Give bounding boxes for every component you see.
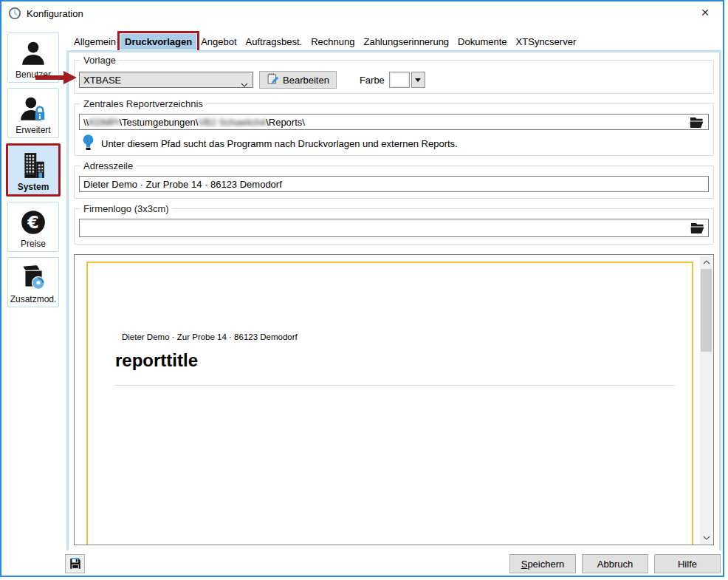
tab-page-druckvorlagen: Vorlage XTBASE <box>66 50 721 552</box>
arrow-annotation <box>35 71 78 87</box>
user-lock-icon <box>18 94 48 123</box>
building-icon <box>18 151 48 180</box>
euro-icon: € <box>18 208 48 237</box>
group-reportdir: Zentrales Reportverzeichnis \\KDMPI\Test… <box>74 103 714 156</box>
tab-bar: Allgemein Druckvorlagen Angebot Auftrags… <box>69 33 580 50</box>
color-label: Farbe <box>360 75 385 86</box>
path-segment: \\ <box>83 117 89 128</box>
group-reportdir-legend: Zentrales Reportverzeichnis <box>80 98 206 109</box>
logo-browse-folder-icon[interactable] <box>689 221 705 234</box>
firmenlogo-input[interactable] <box>79 219 709 237</box>
sidebar-item-label: Preise <box>21 239 46 249</box>
titlebar: Konfiguration × <box>1 1 723 25</box>
lightbulb-icon <box>82 134 95 154</box>
dropdown-arrow-icon <box>415 78 421 82</box>
group-adresszeile: Adresszeile <box>74 166 714 199</box>
clock-icon <box>8 7 21 20</box>
report-address-line: Dieter Demo · Zur Probe 14 · 86123 Demod… <box>122 332 298 341</box>
svg-text:€: € <box>27 213 38 232</box>
edit-button-label: Bearbeiten <box>283 75 329 86</box>
template-combobox[interactable]: XTBASE <box>79 72 253 88</box>
tab-rechnung[interactable]: Rechnung <box>306 34 359 50</box>
tab-auftragsbest[interactable]: Auftragsbest. <box>241 34 307 50</box>
chevron-down-icon <box>241 78 248 89</box>
close-icon[interactable]: × <box>689 1 721 24</box>
group-adresszeile-legend: Adresszeile <box>80 160 136 171</box>
footer-bar: Speichern Abbruch Hilfe <box>1 550 723 576</box>
cancel-button[interactable]: Abbruch <box>582 554 648 573</box>
reportdir-hint: Unter diesem Pfad sucht das Programm nac… <box>101 138 458 149</box>
edit-icon <box>267 72 279 87</box>
color-swatch[interactable] <box>389 72 410 88</box>
config-window: Konfiguration × Benutzer <box>0 0 724 577</box>
group-vorlage: Vorlage XTBASE <box>74 60 714 94</box>
template-combobox-value: XTBASE <box>83 75 121 86</box>
path-segment-redacted: KDMPI <box>89 117 119 128</box>
sidebar-item-label: Erweitert <box>16 125 50 135</box>
sidebar-item-label: System <box>18 182 49 192</box>
edit-template-button[interactable]: Bearbeiten <box>259 71 337 89</box>
report-path-field[interactable]: \\KDMPI\Testumgebungen\VB2 Schaelich4\Re… <box>79 114 709 130</box>
scroll-down-icon[interactable] <box>700 531 712 544</box>
sidebar-item-label: Zusatzmod. <box>10 294 57 304</box>
tab-angebot[interactable]: Angebot <box>196 34 241 50</box>
hint-row: Unter diesem Pfad sucht das Programm nac… <box>82 134 713 154</box>
footer-buttons: Speichern Abbruch Hilfe <box>509 554 721 573</box>
path-segment: \Reports\ <box>266 117 305 128</box>
tab-allgemein[interactable]: Allgemein <box>69 34 120 50</box>
tab-dokumente[interactable]: Dokumente <box>453 34 511 50</box>
preview-scrollbar[interactable] <box>700 256 712 544</box>
report-preview-panel: Dieter Demo · Zur Probe 14 · 86123 Demod… <box>74 254 714 545</box>
user-icon <box>18 38 48 68</box>
sidebar-item-erweitert[interactable]: Erweitert <box>7 88 59 138</box>
tab-zahlungserinnerung[interactable]: Zahlungserinnerung <box>359 34 453 50</box>
sidebar-item-system[interactable]: System <box>6 143 61 197</box>
path-segment-redacted: VB2 Schaelich4 <box>198 117 266 128</box>
report-divider <box>115 385 675 386</box>
floppy-save-icon <box>69 557 82 570</box>
quick-save-button[interactable] <box>65 554 85 573</box>
group-firmenlogo-legend: Firmenlogo (3x3cm) <box>80 203 172 214</box>
save-button[interactable]: Speichern <box>509 554 576 573</box>
color-dropdown-button[interactable] <box>411 72 425 88</box>
scroll-up-icon[interactable] <box>700 256 712 268</box>
window-title: Konfiguration <box>27 8 83 19</box>
group-firmenlogo: Firmenlogo (3x3cm) <box>74 208 714 245</box>
tab-xtsyncserver[interactable]: XTSyncserver <box>512 34 581 50</box>
group-vorlage-legend: Vorlage <box>80 55 119 66</box>
path-segment: \Testumgebungen\ <box>119 117 198 128</box>
module-box-icon <box>18 263 48 293</box>
report-page: Dieter Demo · Zur Probe 14 · 86123 Demod… <box>86 262 693 545</box>
scrollbar-thumb[interactable] <box>701 269 712 352</box>
browse-folder-icon[interactable] <box>688 115 704 129</box>
sidebar-item-preise[interactable]: € Preise <box>7 202 59 252</box>
report-title: reporttitle <box>115 350 198 371</box>
help-button[interactable]: Hilfe <box>654 554 721 573</box>
sidebar-item-zusatzmod[interactable]: Zusatzmod. <box>7 257 59 307</box>
tab-druckvorlagen[interactable]: Druckvorlagen <box>120 34 196 50</box>
adresszeile-input[interactable] <box>79 176 709 192</box>
